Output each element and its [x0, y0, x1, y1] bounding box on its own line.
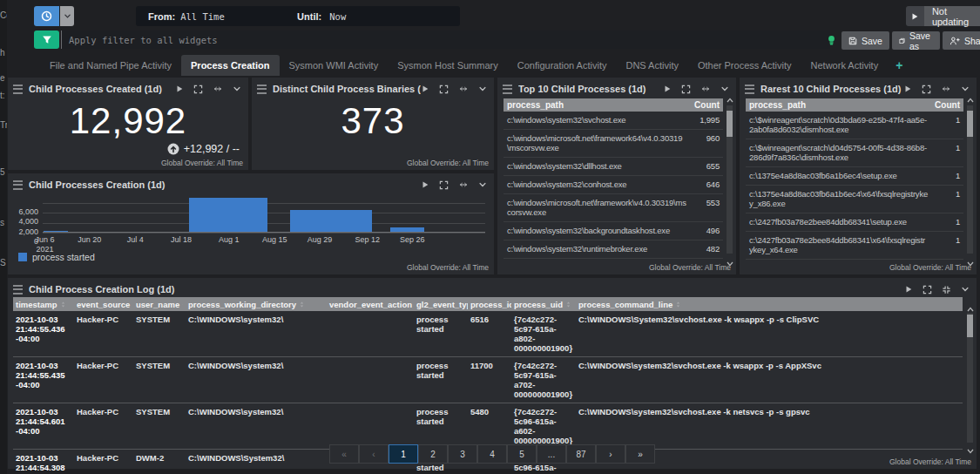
table-row[interactable]: c:\2427fb03a78e2bee84ddb68341\x64\fxsqlr… [746, 260, 963, 262]
widget-compress-icon[interactable] [942, 285, 951, 295]
dashboard-tab[interactable]: Other Process Activity [688, 55, 801, 76]
filter-input[interactable] [61, 30, 830, 49]
dashboard-tab[interactable]: Configuration Activity [508, 55, 617, 76]
widget-expand-icon[interactable] [923, 285, 932, 295]
widget-horizontal-resize-icon[interactable] [458, 85, 469, 93]
page-button[interactable]: 5 [507, 444, 537, 464]
dashboard-tab[interactable]: Sysmon WMI Activity [280, 55, 389, 76]
page-button[interactable]: 4 [477, 444, 507, 464]
table-row[interactable]: c:\windows\microsoft.net\framework\v4.0.… [504, 194, 723, 222]
log-column-header[interactable]: process_working_directory [186, 300, 327, 309]
scroll-down-icon[interactable] [966, 448, 974, 455]
not-updating-button[interactable]: Not updating [906, 6, 980, 26]
page-button[interactable]: ‹ [359, 444, 389, 464]
scroll-up-icon[interactable] [966, 97, 974, 104]
log-column-header[interactable]: vendor_event_action [327, 300, 414, 309]
widget-drag-handle-icon[interactable] [745, 85, 754, 94]
widget-drag-handle-icon[interactable] [13, 85, 23, 94]
widget-collapse-icon[interactable] [720, 85, 729, 93]
dashboard-tab[interactable]: File and Named Pipe Activity [40, 55, 181, 76]
widget-horizontal-resize-icon[interactable] [213, 85, 223, 93]
table-row[interactable]: c:\1375e4a8d8ac03fb6a1b6ec4\setup.exe 1 [746, 167, 963, 186]
widget-drag-handle-icon[interactable] [503, 85, 512, 94]
scroll-up-icon[interactable] [726, 97, 733, 104]
dashboard-tab[interactable]: DNS Activity [616, 55, 688, 76]
scrollbar-thumb[interactable] [967, 315, 973, 337]
share-button[interactable]: Share [943, 31, 980, 50]
scrollbar-thumb[interactable] [727, 111, 733, 137]
page-button[interactable]: › [596, 444, 625, 464]
sort-icon[interactable] [675, 301, 681, 308]
widget-play-icon[interactable] [904, 285, 913, 294]
sort-icon[interactable] [565, 301, 571, 308]
scrollbar[interactable] [966, 98, 974, 261]
widget-horizontal-resize-icon[interactable] [458, 180, 469, 189]
widget-expand-icon[interactable] [439, 85, 449, 94]
time-range-dropdown-button[interactable] [60, 6, 74, 26]
widget-collapse-icon[interactable] [233, 85, 241, 93]
sort-icon[interactable] [60, 301, 66, 308]
page-button[interactable]: 1 [389, 444, 418, 464]
dashboard-tab[interactable]: Network Activity [801, 55, 889, 76]
log-column-header[interactable]: timestamp [13, 300, 74, 309]
widget-collapse-icon[interactable] [478, 85, 487, 93]
log-column-header[interactable]: process_uid [511, 300, 576, 309]
table-row[interactable]: c:\1375e4a8d8ac03fb6a1b6ec4\x64\fxsqlreg… [746, 186, 963, 213]
dashboard-tab[interactable]: Sysmon Host Summary [388, 55, 508, 76]
save-button[interactable]: Save [841, 31, 889, 50]
scroll-up-icon[interactable] [966, 306, 974, 313]
table-row[interactable]: c:\windows\system32\runtimebroker.exe 48… [504, 240, 723, 259]
time-range-button[interactable] [34, 6, 59, 26]
table-row[interactable]: c:\windows\system32\dllhost.exe 655 [504, 158, 723, 176]
widget-drag-handle-icon[interactable] [257, 85, 267, 94]
page-button[interactable]: ... [537, 444, 566, 464]
scrollbar[interactable] [726, 98, 733, 261]
table-row[interactable]: c:\2427fb03a78e2bee84ddb68341\x64\fxsqlr… [746, 232, 963, 260]
widget-expand-icon[interactable] [193, 85, 203, 94]
table-row[interactable]: c:\windows\system32\backgroundtaskhost.e… [504, 222, 723, 240]
chart-bar[interactable] [290, 210, 372, 233]
page-button[interactable]: 87 [566, 444, 596, 464]
widget-play-icon[interactable] [903, 85, 912, 93]
page-button[interactable]: 2 [418, 444, 448, 464]
page-button[interactable]: 3 [448, 444, 477, 464]
scrollbar-thumb[interactable] [967, 111, 973, 137]
scrollbar[interactable] [966, 313, 974, 443]
widget-collapse-icon[interactable] [478, 180, 487, 189]
save-as-button[interactable]: Save as [892, 31, 940, 50]
bar-chart-plot-area[interactable]: 6,000 4,000 2,000 0 [43, 197, 485, 233]
filter-button[interactable] [34, 30, 59, 49]
widget-play-icon[interactable] [175, 85, 184, 93]
widget-drag-handle-icon[interactable] [13, 180, 23, 190]
page-button[interactable]: » [625, 444, 655, 464]
widget-expand-icon[interactable] [439, 180, 449, 190]
dashboard-tab[interactable]: Process Creation [181, 55, 279, 76]
table-row[interactable]: c:\$winreagent\scratch\0d3bda69-e25b-47f… [746, 112, 963, 139]
widget-play-icon[interactable] [663, 85, 672, 93]
sort-icon[interactable] [182, 301, 183, 308]
widget-expand-icon[interactable] [922, 85, 931, 94]
widget-drag-handle-icon[interactable] [13, 285, 23, 295]
lightbulb-hint-icon[interactable] [827, 35, 836, 46]
log-row[interactable]: 2021-10-03 21:44:54.601 -04:00 Hacker-PC… [13, 403, 963, 450]
widget-horizontal-resize-icon[interactable] [941, 85, 951, 93]
widget-collapse-icon[interactable] [961, 85, 970, 93]
log-row[interactable]: 2021-10-03 21:44:55.436 -04:00 Hacker-PC… [13, 311, 963, 357]
log-column-header[interactable]: process_id [468, 300, 511, 309]
log-column-header[interactable]: process_command_line [576, 300, 963, 309]
widget-horizontal-resize-icon[interactable] [700, 85, 711, 93]
page-button[interactable]: « [329, 444, 359, 464]
log-column-header[interactable]: gl2_event_type [414, 300, 468, 309]
widget-play-icon[interactable] [421, 85, 429, 93]
table-row[interactable]: c:\windows\system32\svchost.exe 1,995 [504, 112, 723, 130]
widget-collapse-icon[interactable] [961, 285, 970, 294]
widget-play-icon[interactable] [421, 180, 429, 189]
table-row[interactable]: c:\2427fb03a78e2bee84ddb68341\setup.exe … [746, 213, 963, 232]
table-row[interactable]: c:\windows\system32\conhost.exe 646 [504, 176, 723, 194]
time-range-field[interactable]: From: All Time Until: Now [136, 6, 460, 26]
sort-icon[interactable] [299, 301, 305, 308]
add-tab-button[interactable]: + [888, 55, 910, 76]
table-row[interactable]: c:\windows\system32\taskhostw.exe 442 [504, 259, 723, 262]
log-row[interactable]: 2021-10-03 21:44:55.435 -04:00 Hacker-PC… [13, 357, 963, 403]
log-column-header[interactable]: event_source [74, 300, 133, 309]
